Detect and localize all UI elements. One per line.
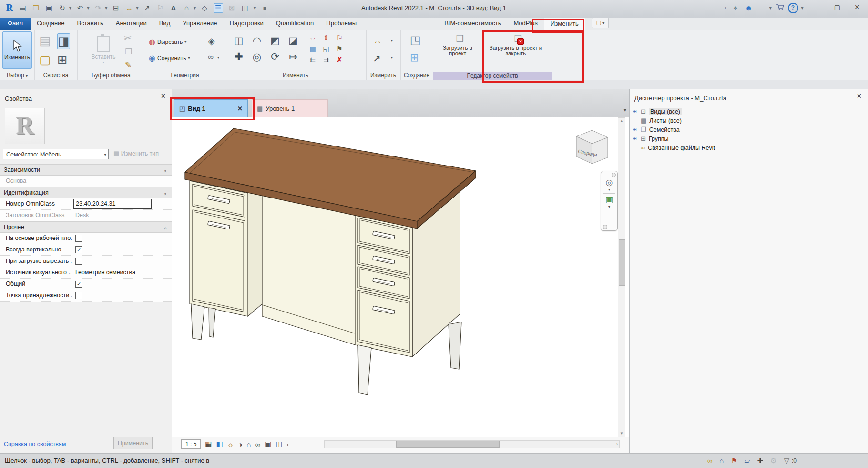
account-dropdown-icon[interactable]: ▾	[768, 5, 772, 10]
ribbon-display-toggle[interactable]: ▢ ▾	[592, 18, 609, 28]
redo-dropdown-icon[interactable]: ▾	[104, 5, 108, 10]
help-dropdown-icon[interactable]: ▾	[800, 5, 804, 10]
align-right-icon[interactable]: ⇉	[319, 54, 333, 65]
navigation-bar[interactable]: ◎ ▾ ▣ ▾	[601, 171, 618, 231]
apply-button[interactable]: Применить	[113, 437, 153, 449]
tab-create[interactable]: Создание	[31, 18, 71, 30]
scroll-right-icon[interactable]: ›	[616, 441, 618, 447]
tag-icon[interactable]: ⚐	[156, 4, 164, 12]
scroll-down-icon[interactable]: ▼	[618, 431, 625, 436]
section-constraints[interactable]: Зависимости»	[0, 164, 172, 176]
show-crop-region-icon[interactable]: ◫	[276, 440, 283, 448]
tab-bim-compat[interactable]: BIM-совместимость	[438, 18, 507, 30]
room-calculation-point-checkbox[interactable]	[75, 292, 82, 299]
scroll-up-icon[interactable]: ▲	[618, 119, 625, 123]
model-canvas[interactable]: Спереди ◎ ▾ ▣ ▾ ▲ ▼	[172, 117, 629, 437]
mirror-axis-icon[interactable]: ⇔	[306, 32, 319, 43]
solid-forms-icon[interactable]: ◈	[208, 35, 215, 47]
tab-annotate[interactable]: Аннотации	[110, 18, 153, 30]
select-underlay-toggle-icon[interactable]: ⌂	[719, 454, 724, 468]
properties-close-icon[interactable]: ✕	[161, 93, 166, 100]
properties-help-link[interactable]: Справка по свойствам	[4, 441, 66, 447]
temporary-hide-isolate-icon[interactable]: ∞	[255, 440, 261, 448]
linked-elements-icon[interactable]: ∞	[208, 52, 214, 62]
mirror-pick-icon[interactable]: ⇕	[319, 32, 333, 43]
panel-select-label[interactable]: Выбор ▾	[0, 72, 34, 79]
align-left-icon[interactable]: ⇇	[306, 54, 319, 65]
move-icon[interactable]: ✚	[230, 49, 248, 65]
project-browser-close-icon[interactable]: ✕	[857, 93, 862, 100]
infocenter-collapse-icon[interactable]: ‹	[724, 5, 727, 10]
detail-level-icon[interactable]: ▦	[205, 440, 212, 448]
tree-item-sheets[interactable]: ▤ Листы (все)	[633, 116, 861, 125]
save-icon[interactable]: ▣	[45, 4, 53, 12]
paste-button[interactable]: Вставить ▾	[91, 32, 116, 68]
select-pinned-toggle-icon[interactable]: ⚑	[731, 454, 737, 468]
dimension-dropdown-icon[interactable]: ▾	[391, 55, 393, 60]
type-selector-dropdown-icon[interactable]: ▾	[104, 149, 106, 160]
type-selector[interactable]: Семейство: Мебель ▾	[3, 149, 109, 159]
cut-geometry-button[interactable]: ◍ Вырезать▾	[149, 37, 186, 46]
text-icon[interactable]: A	[169, 4, 178, 12]
offset-icon[interactable]: ◠	[248, 32, 266, 49]
sync-dropdown-icon[interactable]: ▾	[69, 5, 72, 10]
view-tab-close-icon[interactable]: ✕	[237, 105, 243, 112]
array-icon[interactable]: ▦	[306, 43, 319, 54]
load-into-project-button[interactable]: ❒ Загрузить в проект	[436, 31, 480, 56]
close-hidden-windows-icon[interactable]: ⊠	[227, 4, 236, 12]
workplane-based-checkbox[interactable]	[75, 235, 82, 242]
redo-icon[interactable]: ↷	[94, 4, 102, 12]
expand-icon[interactable]: ⊞	[633, 127, 638, 132]
tree-item-views[interactable]: ⊞ ⊡ Виды (все)	[633, 107, 861, 116]
thin-lines-icon[interactable]: ☰	[214, 3, 223, 13]
scale-icon[interactable]: ◱	[319, 43, 333, 54]
horizontal-scroll-thumb[interactable]	[396, 441, 500, 448]
tab-file[interactable]: Файл	[0, 18, 31, 30]
print-icon[interactable]: ⊟	[112, 4, 120, 12]
view-scale-button[interactable]: 1 : 5	[181, 439, 201, 449]
app-store-cart-icon[interactable]	[776, 4, 785, 12]
maximize-button[interactable]: ▢	[830, 3, 844, 11]
family-types-icon[interactable]: ▤	[39, 33, 51, 48]
tree-item-revit-links[interactable]: ∞ Связанные файлы Revit	[633, 143, 861, 152]
copy-to-clipboard-icon[interactable]: ❐	[125, 47, 132, 57]
qat-dropdown-icon[interactable]: ▾	[253, 5, 257, 10]
section-other[interactable]: Прочее»	[0, 221, 172, 233]
shared-checkbox[interactable]: ✓	[75, 281, 82, 288]
trim-extend-icon[interactable]: ↦	[284, 49, 302, 65]
drag-on-selection-toggle-icon[interactable]: ✚	[757, 454, 763, 468]
vertical-scrollbar[interactable]: ▲ ▼	[618, 117, 625, 437]
measure-dropdown-icon[interactable]: ▾	[135, 5, 139, 10]
family-category-icon[interactable]: ▢	[39, 52, 51, 67]
lock-3d-view-icon[interactable]: ⌂	[247, 440, 251, 448]
cut-to-clipboard-icon[interactable]: ✂	[124, 32, 132, 43]
account-person-icon[interactable]: ☻	[745, 4, 753, 12]
match-type-icon[interactable]: ✎	[125, 60, 132, 70]
edit-type-button[interactable]: ▤ Изменить тип	[113, 150, 159, 157]
tile-windows-icon[interactable]: ◫	[241, 4, 249, 12]
select-by-face-toggle-icon[interactable]: ▱	[745, 454, 750, 468]
steering-wheel-dropdown-icon[interactable]: ▾	[601, 187, 617, 192]
visual-style-icon[interactable]: ◧	[216, 440, 223, 448]
tab-modify[interactable]: Изменить	[544, 18, 585, 30]
ui-toggle-icon[interactable]: ▤	[19, 4, 27, 12]
tree-item-families[interactable]: ⊞ ❐ Семейства	[633, 125, 861, 134]
view-tabs-menu-icon[interactable]: ▾	[623, 107, 626, 113]
expand-icon[interactable]: ⊞	[633, 109, 638, 114]
shadows-icon[interactable]: ◑	[238, 440, 242, 448]
tab-issues[interactable]: Проблемы	[320, 18, 363, 30]
cut-with-voids-checkbox[interactable]	[75, 258, 82, 265]
tab-view[interactable]: Вид	[153, 18, 177, 30]
load-into-project-and-close-button[interactable]: ❒ ✕ Загрузить в проект и закрыть	[486, 31, 545, 56]
crop-view-icon[interactable]: ▣	[265, 440, 271, 448]
dimension-tool-icon[interactable]: ↗	[373, 52, 381, 64]
measure-dropdown-icon[interactable]: ▾	[391, 38, 393, 42]
undo-dropdown-icon[interactable]: ▾	[86, 5, 90, 10]
create-group-icon[interactable]: ⊞	[410, 52, 419, 64]
search-icon[interactable]: ⌖	[731, 4, 740, 12]
minimize-button[interactable]: –	[810, 3, 825, 11]
3d-view-dropdown-icon[interactable]: ▾	[193, 5, 197, 10]
always-vertical-checkbox[interactable]: ✓	[75, 246, 82, 253]
view-tab-3d[interactable]: ◰ Вид 1 ✕	[174, 99, 248, 117]
close-button[interactable]: ✕	[850, 3, 864, 11]
